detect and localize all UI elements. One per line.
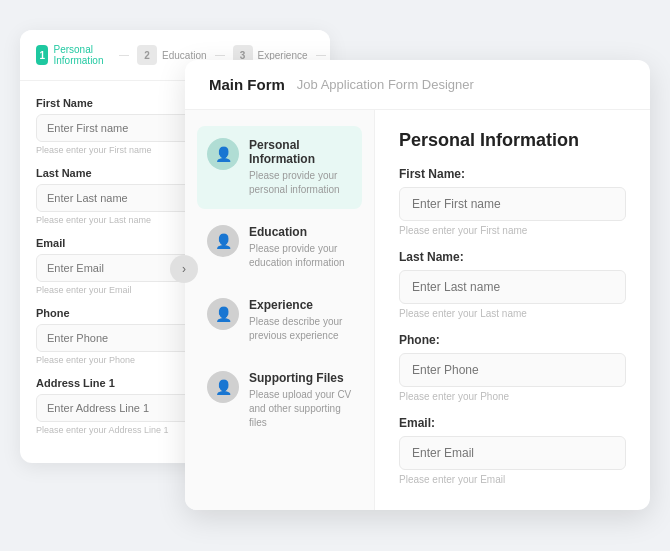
sidebar-step-personal-desc: Please provide your personal information [249, 169, 352, 197]
sidebar-step-experience-title: Experience [249, 298, 352, 312]
back-step-2-label: Education [162, 50, 206, 61]
sidebar-step-experience[interactable]: 👤 Experience Please describe your previo… [197, 286, 362, 355]
back-step-3-label: Experience [258, 50, 308, 61]
content-email-input[interactable] [399, 436, 626, 470]
form-content-area: Personal Information First Name: Please … [375, 110, 650, 510]
arrow-connector: › [170, 255, 198, 283]
content-lastname-label: Last Name: [399, 250, 626, 264]
sidebar-step-education-desc: Please provide your education informatio… [249, 242, 352, 270]
content-section-title: Personal Information [399, 130, 626, 151]
sidebar-step-personal[interactable]: 👤 Personal Information Please provide yo… [197, 126, 362, 209]
personal-info-icon: 👤 [207, 138, 239, 170]
content-email-hint: Please enter your Email [399, 474, 626, 485]
content-phone-input[interactable] [399, 353, 626, 387]
content-phone-label: Phone: [399, 333, 626, 347]
sidebar-step-files-title: Supporting Files [249, 371, 352, 385]
back-step-1-label: Personal Information [53, 44, 111, 66]
step-divider-3 [316, 55, 326, 56]
front-form-body: 👤 Personal Information Please provide yo… [185, 110, 650, 510]
education-icon: 👤 [207, 225, 239, 257]
sidebar-step-files[interactable]: 👤 Supporting Files Please upload your CV… [197, 359, 362, 442]
sidebar-step-personal-title: Personal Information [249, 138, 352, 166]
content-firstname-label: First Name: [399, 167, 626, 181]
back-step-2-number: 2 [137, 45, 157, 65]
sidebar-step-files-desc: Please upload your CV and other supporti… [249, 388, 352, 430]
steps-sidebar: 👤 Personal Information Please provide yo… [185, 110, 375, 510]
files-icon: 👤 [207, 371, 239, 403]
front-form-header: Main Form Job Application Form Designer [185, 60, 650, 110]
step-divider-2 [215, 55, 225, 56]
back-step-1-number: 1 [36, 45, 48, 65]
content-email-label: Email: [399, 416, 626, 430]
sidebar-step-personal-content: Personal Information Please provide your… [249, 138, 352, 197]
content-firstname-input[interactable] [399, 187, 626, 221]
back-step-1[interactable]: 1 Personal Information [36, 44, 111, 66]
sidebar-step-experience-desc: Please describe your previous experience [249, 315, 352, 343]
sidebar-step-experience-content: Experience Please describe your previous… [249, 298, 352, 343]
front-form-title: Main Form [209, 76, 285, 93]
experience-icon: 👤 [207, 298, 239, 330]
content-lastname-input[interactable] [399, 270, 626, 304]
sidebar-step-education[interactable]: 👤 Education Please provide your educatio… [197, 213, 362, 282]
sidebar-step-files-content: Supporting Files Please upload your CV a… [249, 371, 352, 430]
front-form: Main Form Job Application Form Designer … [185, 60, 650, 510]
sidebar-step-education-content: Education Please provide your education … [249, 225, 352, 270]
front-form-subtitle: Job Application Form Designer [297, 77, 474, 92]
content-lastname-hint: Please enter your Last name [399, 308, 626, 319]
content-firstname-hint: Please enter your First name [399, 225, 626, 236]
step-divider-1 [119, 55, 129, 56]
content-phone-hint: Please enter your Phone [399, 391, 626, 402]
sidebar-step-education-title: Education [249, 225, 352, 239]
